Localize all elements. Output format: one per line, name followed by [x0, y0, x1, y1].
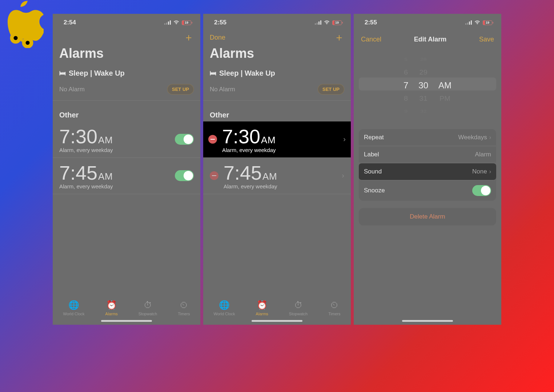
tab-stopwatch[interactable]: ⏱Stopwatch [138, 300, 157, 316]
cellular-icon [164, 20, 171, 25]
timer-icon: ⏲ [330, 300, 339, 310]
done-button[interactable]: Done [210, 34, 225, 41]
alarm-time: 7:30AM [222, 125, 340, 148]
alarm-time: 7:45AM [59, 161, 175, 184]
alarm-row-selected[interactable]: 7:30AM Alarm, every weekday › [203, 121, 351, 158]
alarm-subtitle: Alarm, every weekday [59, 183, 175, 189]
alarm-subtitle: Alarm, every weekday [59, 147, 175, 153]
other-section-header: Other [53, 101, 200, 121]
wifi-icon [474, 20, 481, 26]
repeat-row[interactable]: Repeat Weekdays› [359, 129, 496, 146]
delete-alarm-icon[interactable] [208, 135, 217, 144]
tab-alarms[interactable]: ⏰Alarms [105, 300, 118, 316]
chevron-right-icon: › [340, 135, 346, 143]
setup-sleep-button[interactable]: SET UP [167, 84, 194, 95]
tab-stopwatch[interactable]: ⏱Stopwatch [289, 300, 308, 316]
tab-world-clock[interactable]: 🌐World Clock [63, 300, 85, 316]
wifi-icon [324, 20, 330, 26]
sleep-section-header: 🛏 Sleep | Wake Up [53, 65, 200, 80]
alarm-time: 7:45AM [224, 161, 339, 184]
battery-icon: 19 [332, 20, 343, 25]
tab-timers[interactable]: ⏲Timers [328, 300, 340, 316]
chevron-right-icon: › [489, 134, 491, 141]
site-logo [4, 0, 44, 47]
save-button[interactable]: Save [479, 36, 494, 43]
svg-point-3 [26, 41, 30, 45]
battery-icon: 19 [182, 20, 192, 25]
alarm-subtitle: Alarm, every weekday [224, 183, 339, 189]
alarm-subtitle: Alarm, every weekday [222, 147, 340, 153]
globe-icon: 🌐 [68, 300, 79, 310]
home-indicator[interactable] [101, 320, 152, 322]
home-indicator[interactable] [252, 320, 302, 322]
label-row[interactable]: Label Alarm [359, 146, 496, 163]
bed-icon: 🛏 [59, 69, 66, 77]
stopwatch-icon: ⏱ [144, 300, 152, 310]
sleep-section-header: 🛏 Sleep | Wake Up [203, 65, 351, 80]
snooze-toggle[interactable] [472, 185, 491, 196]
alarm-settings-list: Repeat Weekdays› Label Alarm Sound None›… [359, 129, 496, 201]
sleep-no-alarm-label: No Alarm [210, 86, 235, 93]
tab-alarms[interactable]: ⏰Alarms [256, 300, 268, 316]
alarm-icon: ⏰ [257, 300, 268, 310]
wifi-icon [173, 20, 180, 26]
page-title: Alarms [203, 44, 351, 65]
stopwatch-icon: ⏱ [294, 300, 303, 310]
screenshot-edit-alarm: 2:55 19 Cancel Edit Alarm Save 5 6 7 [354, 14, 501, 325]
screenshot-alarms-edit-mode: 2:55 19 Done ＋ Alarms 🛏 Sleep | Wake Up … [203, 14, 351, 325]
alarm-toggle[interactable] [175, 170, 194, 181]
modal-title: Edit Alarm [414, 36, 446, 43]
cancel-button[interactable]: Cancel [361, 36, 381, 43]
tab-world-clock[interactable]: 🌐World Clock [214, 300, 235, 316]
snooze-row: Snooze [359, 180, 496, 201]
screenshot-alarms-list: 2:54 19 ＋ Alarms 🛏 Sleep | Wake Up No Al… [53, 14, 200, 325]
alarm-row[interactable]: 7:30AM Alarm, every weekday [53, 121, 200, 158]
svg-point-2 [14, 36, 18, 40]
alarm-row[interactable]: 7:45AM Alarm, every weekday › [203, 158, 351, 194]
status-bar: 2:54 19 [53, 14, 200, 28]
page-title: Alarms [53, 44, 200, 65]
battery-icon: 19 [483, 20, 493, 25]
tab-timers[interactable]: ⏲Timers [178, 300, 190, 316]
sound-row[interactable]: Sound None› [359, 163, 496, 180]
add-alarm-button[interactable]: ＋ [184, 31, 194, 44]
chevron-right-icon: › [339, 171, 344, 180]
other-section-header: Other [203, 101, 351, 121]
alarm-time: 7:30AM [59, 125, 175, 148]
cellular-icon [465, 20, 472, 25]
status-bar: 2:55 19 [203, 14, 351, 28]
alarm-row[interactable]: 7:45AM Alarm, every weekday [53, 158, 200, 194]
bed-icon: 🛏 [210, 69, 216, 77]
time-picker[interactable]: 5 6 7 8 9 28 29 30 31 32 AM PM [354, 43, 501, 125]
status-time: 2:55 [365, 19, 377, 26]
sleep-no-alarm-label: No Alarm [59, 86, 85, 93]
cellular-icon [315, 20, 321, 25]
delete-alarm-icon[interactable] [210, 171, 218, 180]
setup-sleep-button[interactable]: SET UP [318, 84, 344, 95]
globe-icon: 🌐 [219, 300, 230, 310]
add-alarm-button[interactable]: ＋ [334, 31, 344, 44]
alarm-icon: ⏰ [106, 300, 117, 310]
status-time: 2:54 [64, 19, 76, 26]
delete-alarm-button[interactable]: Delete Alarm [359, 208, 496, 225]
timer-icon: ⏲ [180, 300, 188, 310]
home-indicator[interactable] [402, 320, 453, 322]
chevron-right-icon: › [489, 168, 491, 175]
svg-rect-4 [20, 39, 24, 42]
status-bar: 2:55 19 [354, 14, 501, 28]
alarm-toggle[interactable] [175, 134, 194, 145]
status-time: 2:55 [214, 19, 226, 26]
